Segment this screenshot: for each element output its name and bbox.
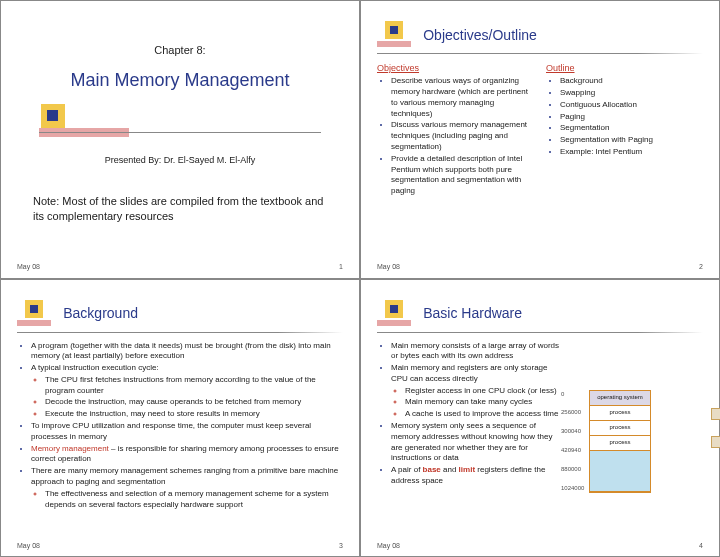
base-term: base	[423, 465, 441, 474]
page-number: 2	[699, 262, 703, 271]
os-segment: operating system	[590, 391, 650, 406]
heading-decoration	[377, 300, 417, 328]
list-item: There are many memory management schemes…	[31, 466, 343, 510]
list-item: A typical instruction execution cycle: T…	[31, 363, 343, 420]
slide3-heading: Background	[17, 300, 343, 333]
list-item: Main memory and registers are only stora…	[391, 363, 566, 420]
compilation-note: Note: Most of the slides are compiled fr…	[33, 194, 327, 224]
page-number: 1	[339, 262, 343, 271]
list-item: Discuss various memory management techni…	[391, 120, 534, 152]
list-item: Memory system only sees a sequence of me…	[391, 421, 566, 464]
process-segment: process	[590, 436, 650, 451]
list-item: Swapping	[560, 88, 703, 99]
list-item: The effectiveness and selection of a mem…	[45, 489, 343, 511]
list-item: Paging	[560, 112, 703, 123]
memory-column: operating system process process process	[589, 390, 651, 493]
list-item: Provide a detailed description of Intel …	[391, 154, 534, 197]
slide-2: Objectives/Outline Objectives Describe v…	[360, 0, 720, 279]
base-label: base	[711, 424, 720, 432]
outline-heading: Outline	[546, 62, 703, 74]
list-item: A pair of base and limit registers defin…	[391, 465, 566, 487]
list-item: Segmentation with Paging	[560, 135, 703, 146]
heading-decoration	[377, 21, 417, 49]
slide1-title: Main Memory Management	[17, 68, 343, 92]
base-value: 300040	[711, 408, 720, 420]
page-number: 4	[699, 541, 703, 550]
list-item: Contiguous Allocation	[560, 100, 703, 111]
slide4-title: Basic Hardware	[423, 304, 522, 323]
slide-footer: May 08 3	[17, 541, 343, 550]
list-item: Decode the instruction, may cause operan…	[45, 397, 343, 408]
slide-3: Background A program (together with the …	[0, 279, 360, 558]
footer-date: May 08	[17, 262, 40, 271]
list-item: Example: Intel Pentium	[560, 147, 703, 158]
list-item: A cache is used to improve the access ti…	[405, 409, 566, 420]
list-item: To improve CPU utilization and response …	[31, 421, 343, 443]
footer-date: May 08	[377, 262, 400, 271]
slide-footer: May 08 2	[377, 262, 703, 271]
footer-date: May 08	[377, 541, 400, 550]
limit-term: limit	[459, 465, 475, 474]
process-segment: process	[590, 421, 650, 436]
slide-4: Basic Hardware Main memory consists of a…	[360, 279, 720, 558]
address-ticks: 0 256000 300040 420940 880000 1024000	[561, 390, 584, 493]
process-segment: process	[590, 406, 650, 421]
chapter-label: Chapter 8:	[17, 43, 343, 58]
list-item: Execute the instruction, may need to sto…	[45, 409, 343, 420]
limit-value: 120900	[711, 436, 720, 448]
list-item: Background	[560, 76, 703, 87]
list-item: Memory management – is responsible for s…	[31, 444, 343, 466]
footer-date: May 08	[17, 541, 40, 550]
objectives-heading: Objectives	[377, 62, 534, 74]
slide3-title: Background	[63, 304, 138, 323]
list-item: A program (together with the data it nee…	[31, 341, 343, 363]
slide2-title: Objectives/Outline	[423, 26, 537, 45]
slide-footer: May 08 4	[377, 541, 703, 550]
slide-1: Chapter 8: Main Memory Management Presen…	[0, 0, 360, 279]
author-line: Presented By: Dr. El-Sayed M. El-Alfy	[17, 154, 343, 166]
page-number: 3	[339, 541, 343, 550]
slide-handout: Chapter 8: Main Memory Management Presen…	[0, 0, 720, 557]
memory-diagram: 0 256000 300040 420940 880000 1024000 op…	[589, 390, 707, 493]
list-item: The CPU first fetches instructions from …	[45, 375, 343, 397]
list-item: Segmentation	[560, 123, 703, 134]
objectives-column: Objectives Describe various ways of orga…	[377, 62, 534, 198]
memory-management-term: Memory management	[31, 444, 109, 453]
limit-label: limit	[711, 452, 720, 460]
free-segment	[590, 451, 650, 492]
list-item: Main memory consists of a large array of…	[391, 341, 566, 363]
list-item: Describe various ways of organizing memo…	[391, 76, 534, 119]
slide2-heading: Objectives/Outline	[377, 21, 703, 54]
title-decoration	[39, 102, 321, 142]
register-tags: 300040 base 120900 limit	[711, 408, 720, 460]
outline-column: Outline Background Swapping Contiguous A…	[546, 62, 703, 198]
heading-decoration	[17, 300, 57, 328]
slide4-heading: Basic Hardware	[377, 300, 703, 333]
list-item: Register access in one CPU clock (or les…	[405, 386, 566, 397]
slide-footer: May 08 1	[17, 262, 343, 271]
list-item: Main memory can take many cycles	[405, 397, 566, 408]
